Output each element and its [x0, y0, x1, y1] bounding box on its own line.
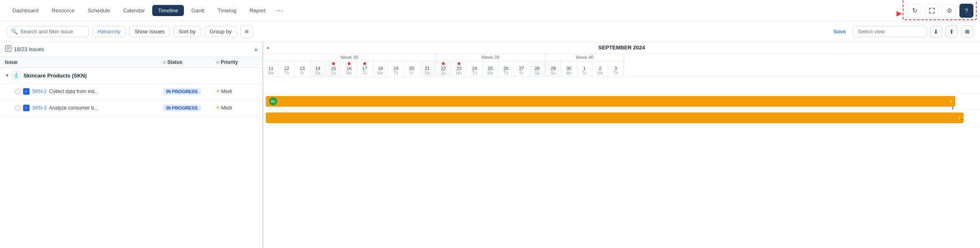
timeline-month-row: « SEPTEMBER 2024	[263, 42, 980, 54]
save-button[interactable]: Save	[830, 26, 849, 37]
status-cell-1: IN PROGRESS	[163, 88, 216, 94]
timeline-day-19: 19Th	[388, 61, 404, 76]
status-col-label: Status	[167, 59, 182, 65]
nav-tab-gantt[interactable]: Gantt	[186, 5, 210, 16]
search-input-placeholder: Search and filter issue	[20, 28, 73, 35]
fullscreen-icon	[929, 8, 935, 14]
issue-cell-1: ▪ SKN-2 Collect data from ind...	[5, 88, 163, 95]
svg-point-4	[966, 31, 967, 32]
svg-point-3	[967, 30, 968, 31]
status-cell-2: IN PROGRESS	[163, 105, 216, 111]
issue-type-icon-1: ▪	[23, 88, 30, 95]
timeline-day-29: 29Su	[546, 61, 561, 76]
week-40-label: Week 40	[546, 54, 624, 61]
issue-link-1[interactable]: SKN-2	[32, 89, 46, 94]
settings-button[interactable]: ⚙	[942, 4, 956, 18]
timeline-issue-row-1: AL ›	[263, 93, 980, 110]
timeline-day-13: 13Fr	[295, 61, 310, 76]
expand-button[interactable]: »	[254, 46, 258, 53]
issues-icon	[5, 45, 12, 53]
nav-tab-schedule[interactable]: Schedule	[82, 5, 116, 16]
timeline-day-16: 16Mo	[341, 61, 357, 76]
timeline-prev-button[interactable]: «	[267, 44, 269, 51]
select-view-input[interactable]	[852, 26, 927, 37]
search-filter-box[interactable]: 🔍 Search and filter issue	[7, 26, 89, 37]
gantt-bar-2[interactable]: ›	[266, 112, 964, 123]
table-header: Issue ≡ Status ≡ Priority	[0, 57, 262, 68]
issue-row: ▪ SKN-2 Collect data from ind... IN PROG…	[0, 83, 262, 100]
link-end-arrow: ←	[959, 115, 966, 123]
status-badge-2: IN PROGRESS	[163, 105, 201, 111]
week-39-label: Week 39	[436, 54, 545, 61]
refresh-button[interactable]: ↻	[908, 4, 922, 18]
issue-type-icon-2: ▪	[23, 105, 30, 111]
nav-tab-timelog[interactable]: Timelog	[212, 5, 242, 16]
hierarchy-button[interactable]: Hierarchy	[92, 26, 126, 37]
project-expand-icon[interactable]: ▼	[5, 73, 9, 78]
timeline-header: « SEPTEMBER 2024 Week 38 11We 12Th 13Fr …	[263, 42, 980, 77]
help-button[interactable]: ?	[959, 4, 973, 18]
timeline-day-14: 14Sa	[310, 61, 326, 76]
timeline-body: AL › › ←	[263, 77, 980, 248]
timeline-day-28: 28Sa	[529, 61, 545, 76]
issue-link-2[interactable]: SKN-3	[32, 105, 46, 111]
group-by-button[interactable]: Group by	[204, 26, 237, 37]
fullscreen-button[interactable]	[925, 4, 939, 18]
nav-tab-dashboard[interactable]: Dashboard	[7, 5, 44, 16]
timeline-project-row	[263, 77, 980, 93]
nav-tab-resource[interactable]: Resource	[46, 5, 81, 16]
priority-cell-1: ≡ Medi	[216, 88, 258, 94]
issue-status-dot-1	[15, 89, 21, 94]
timeline-month-label: SEPTEMBER 2024	[598, 44, 645, 51]
timeline-day-23: 23Mo	[451, 61, 467, 76]
nav-more-button[interactable]: ⋯	[273, 4, 286, 17]
timeline-day-15: 15Su	[326, 61, 341, 76]
timeline-week-39: Week 39 22Su 23Mo 24Tu 25We 26Th 27Fr 28…	[436, 54, 546, 76]
avatar-al: AL	[269, 97, 277, 105]
dashed-arrow: ▶	[896, 9, 901, 17]
timeline-day-20: 20Fr	[404, 61, 420, 76]
nav-tab-report[interactable]: Report	[244, 5, 271, 16]
issue-row-2: ▪ SKN-3 Analyze consumer b... IN PROGRES…	[0, 100, 262, 116]
issues-count: 18/23 issues	[5, 45, 44, 53]
week-40-days: 29Su 30Mo 1Tu 2We 3Th	[546, 61, 624, 76]
timeline-weeks-container: Week 38 11We 12Th 13Fr 14Sa 15Su 16Mo 17…	[263, 54, 980, 76]
priority-filter-icon[interactable]: ≡	[216, 60, 219, 65]
issue-title-2: Analyze consumer b...	[49, 105, 98, 111]
timeline-week-40: Week 40 29Su 30Mo 1Tu 2We 3Th	[546, 54, 624, 76]
col-issue-header: Issue	[5, 59, 163, 65]
issue-title-1: Collect data from ind...	[49, 89, 98, 94]
project-icon: 🧴	[12, 71, 21, 80]
week-39-days: 22Su 23Mo 24Tu 25We 26Th 27Fr 28Sa	[436, 61, 545, 76]
svg-point-5	[968, 32, 969, 33]
nav-tab-calendar[interactable]: Calendar	[117, 5, 151, 16]
timeline-day-30: 30Mo	[561, 61, 577, 76]
nav-tabs: Dashboard Resource Schedule Calendar Tim…	[7, 4, 286, 17]
issue-col-label: Issue	[5, 59, 18, 65]
upload-button[interactable]: ⬆	[945, 26, 958, 38]
priority-icon-2: ≡	[216, 105, 220, 111]
timeline-day-oct2: 2We	[592, 61, 608, 76]
timeline-week-38: Week 38 11We 12Th 13Fr 14Sa 15Su 16Mo 17…	[263, 54, 436, 76]
week-38-label: Week 38	[263, 54, 435, 61]
status-filter-icon[interactable]: ≡	[163, 60, 165, 65]
timeline-day-21: 21Sa	[420, 61, 435, 76]
priority-text-1: Medi	[221, 89, 232, 94]
priority-icon-1: ≡	[216, 88, 220, 94]
filter-icon-button[interactable]: ≡	[240, 26, 253, 38]
timeline-issue-row-2: › ←	[263, 110, 980, 126]
right-panel: « SEPTEMBER 2024 Week 38 11We 12Th 13Fr …	[263, 42, 980, 248]
sort-by-button[interactable]: Sort by	[173, 26, 201, 37]
left-panel-header: 18/23 issues »	[0, 42, 262, 57]
toolbar-settings-button[interactable]	[961, 26, 973, 38]
timeline-day-11: 11We	[263, 61, 279, 76]
show-issues-button[interactable]: Show Issues	[129, 26, 170, 37]
timeline-day-22: 22Su	[436, 61, 451, 76]
issues-count-text: 18/23 issues	[14, 46, 44, 52]
timeline-day-18: 18We	[373, 61, 388, 76]
nav-tab-timeline[interactable]: Timeline	[152, 5, 184, 16]
gantt-bar-1[interactable]: AL ›	[266, 96, 955, 107]
download-button[interactable]: ⬇	[930, 26, 942, 38]
priority-text-2: Medi	[221, 105, 232, 111]
project-name: Skincare Products (SKN)	[23, 73, 87, 79]
